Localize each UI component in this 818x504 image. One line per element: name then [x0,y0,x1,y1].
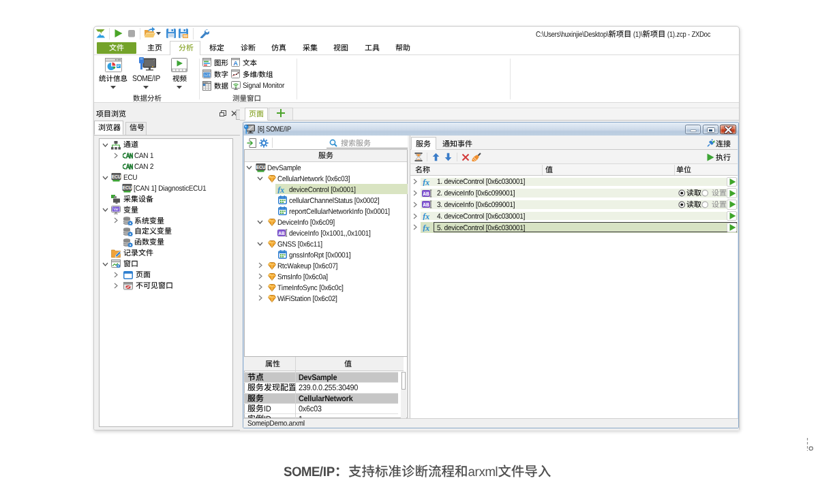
svg-text:fx: fx [423,212,429,220]
svg-text:123: 123 [204,73,210,77]
svg-text:Var: Var [113,207,119,211]
svg-text:AB: AB [278,231,285,236]
svg-text:AB: AB [423,191,429,195]
svg-text:ECU: ECU [112,174,121,179]
svg-text:fx: fx [423,223,429,232]
svg-text:A: A [233,60,238,67]
svg-text:AB: AB [423,202,429,207]
svg-text:fx: fx [423,178,429,186]
svg-text:ECU: ECU [256,164,266,169]
svg-text:fx: fx [277,185,284,193]
svg-text:ECU: ECU [123,185,132,190]
